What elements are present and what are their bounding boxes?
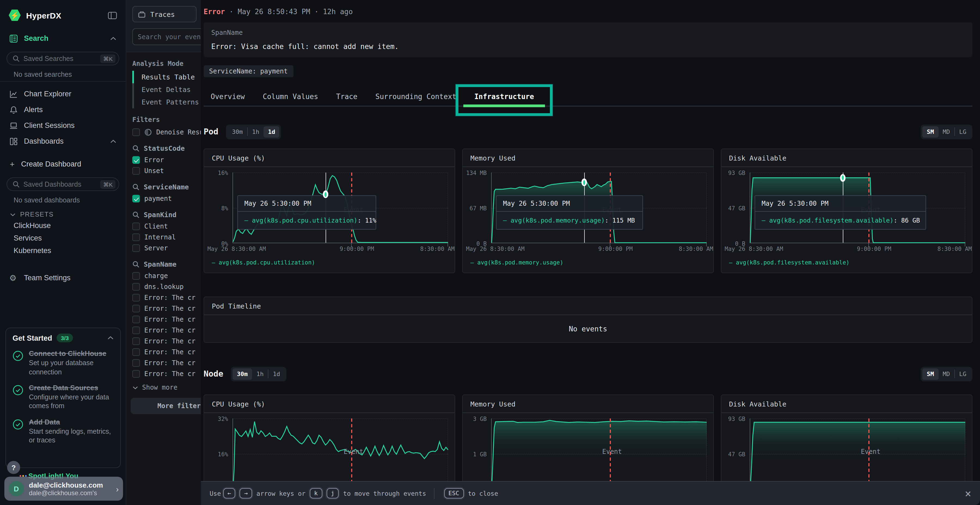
size-sm[interactable]: SM xyxy=(923,126,939,137)
range-1h[interactable]: 1h xyxy=(252,368,268,380)
sidebar-item-team-settings[interactable]: ⚙ Team Settings xyxy=(0,270,126,286)
checkbox[interactable] xyxy=(132,129,140,136)
sidebar-item-search[interactable]: Search xyxy=(0,30,126,46)
get-started-step[interactable]: Create Data Sources Configure where your… xyxy=(13,384,114,411)
filter-option-label: Error: The cr xyxy=(144,348,196,356)
size-sm[interactable]: SM xyxy=(923,368,939,380)
pod-cpu-chart-card: CPU Usage (%)16%8%0%EventMay 26 5:30:00 … xyxy=(204,149,455,273)
service-name-chip[interactable]: ServiceName: payment xyxy=(204,65,293,77)
pod-timeline-empty-text: No events xyxy=(204,315,972,343)
y-tick-label: 67 MB xyxy=(466,205,487,211)
keyboard-hint-bar: Use ← → arrow keys or k j to move throug… xyxy=(201,481,980,505)
checkbox[interactable] xyxy=(132,348,140,356)
tab-surrounding-context[interactable]: Surrounding Context xyxy=(375,87,456,106)
y-tick-label: 8% xyxy=(207,205,228,211)
sidebar-item-chart-explorer[interactable]: Chart Explorer xyxy=(0,86,126,102)
get-started-step[interactable]: Connect to ClickHouse Set up your databa… xyxy=(13,349,114,376)
checkbox[interactable] xyxy=(132,283,140,291)
checkbox[interactable] xyxy=(132,327,140,334)
saved-dashboards-input[interactable]: Saved Dashboards ⌘K xyxy=(6,178,119,191)
journal-search-icon xyxy=(9,34,19,43)
filter-option-label: Client xyxy=(144,222,168,230)
get-started-step[interactable]: Add Data Start sending logs, metrics, or… xyxy=(13,418,114,445)
pod-timeline-card: Pod Timeline No events xyxy=(204,297,972,343)
hint-text: to close xyxy=(468,489,498,497)
preset-services[interactable]: Services xyxy=(0,232,126,245)
chevron-up-icon[interactable] xyxy=(107,336,114,340)
j-key: j xyxy=(326,488,339,499)
y-tick-label: 93 GB xyxy=(725,416,745,422)
preset-kubernetes[interactable]: Kubernetes xyxy=(0,245,126,257)
event-marker-label: Event xyxy=(602,448,622,456)
size-lg[interactable]: LG xyxy=(955,126,971,137)
tab-overview[interactable]: Overview xyxy=(211,87,245,106)
presets-toggle[interactable]: PRESETS xyxy=(0,206,126,219)
user-menu[interactable]: D dale@clickhouse.com dale@clickhouse.co… xyxy=(4,477,123,501)
tooltip-value-row: — avg(k8s.pod.filesystem.available): 86 … xyxy=(755,212,926,229)
checkbox[interactable] xyxy=(132,294,140,302)
checkbox[interactable] xyxy=(132,272,140,280)
sidebar-item-label: Alerts xyxy=(24,106,43,114)
checkbox[interactable] xyxy=(132,359,140,367)
range-1d[interactable]: 1d xyxy=(269,368,285,380)
checkbox[interactable] xyxy=(132,370,140,378)
size-lg[interactable]: LG xyxy=(955,368,971,380)
plot: EventMay 26 5:30:00 PM— avg(k8s.pod.cpu.… xyxy=(232,173,448,243)
checkbox[interactable] xyxy=(132,222,140,230)
help-button[interactable]: ? xyxy=(7,461,20,474)
chart-icon xyxy=(9,89,19,98)
checkbox[interactable] xyxy=(132,195,140,202)
range-30m[interactable]: 30m xyxy=(228,126,247,137)
saved-searches-input[interactable]: Saved Searches ⌘K xyxy=(6,52,119,65)
y-tick-label: 47 GB xyxy=(725,451,745,457)
plus-icon: + xyxy=(10,159,15,168)
sidebar-item-client-sessions[interactable]: Client Sessions xyxy=(0,118,126,133)
y-tick-label: 134 MB xyxy=(466,170,487,176)
range-1h[interactable]: 1h xyxy=(248,126,264,137)
severity-badge: Error xyxy=(204,8,225,16)
bell-icon xyxy=(9,105,19,114)
left-arrow-key: ← xyxy=(223,488,235,499)
collapse-sidebar-icon[interactable] xyxy=(108,11,117,19)
node-section-header: Node 30m 1h 1d SM MD LG xyxy=(204,365,972,383)
checkbox[interactable] xyxy=(132,305,140,312)
chevron-up-icon[interactable] xyxy=(110,36,116,41)
tab-column-values[interactable]: Column Values xyxy=(263,87,318,106)
checkbox[interactable] xyxy=(132,233,140,241)
source-select[interactable]: Traces xyxy=(132,6,197,22)
checkbox[interactable] xyxy=(132,167,140,175)
preset-clickhouse[interactable]: ClickHouse xyxy=(0,219,126,232)
filter-option-label: Error: The cr xyxy=(144,294,196,302)
tooltip-series-value: : 11% xyxy=(358,217,376,224)
tooltip-value-row: — avg(k8s.pod.cpu.utilization): 11% xyxy=(238,212,375,229)
close-icon[interactable]: × xyxy=(965,488,971,499)
checkbox[interactable] xyxy=(132,316,140,323)
filter-group-name: ServiceName xyxy=(144,183,189,191)
plot: Event xyxy=(750,418,965,489)
create-dashboard-button[interactable]: + Create Dashboard xyxy=(0,156,126,172)
sidebar-item-dashboards[interactable]: Dashboards xyxy=(0,133,126,149)
checkbox[interactable] xyxy=(132,337,140,345)
checkbox[interactable] xyxy=(132,245,140,252)
separator-dot: · xyxy=(229,8,234,16)
size-md[interactable]: MD xyxy=(939,126,955,137)
chart-tooltip: May 26 5:30:00 PM— avg(k8s.pod.cpu.utili… xyxy=(237,195,376,230)
sidebar-item-alerts[interactable]: Alerts xyxy=(0,102,126,118)
y-axis: 93 GB47 GB0 B xyxy=(721,173,750,243)
range-1d[interactable]: 1d xyxy=(264,126,280,137)
chevron-up-icon[interactable] xyxy=(110,139,116,143)
hover-point-marker xyxy=(323,191,328,199)
laptop-icon xyxy=(9,121,19,130)
range-30m[interactable]: 30m xyxy=(232,368,252,380)
checkbox[interactable] xyxy=(132,156,140,164)
y-axis: 134 MB67 MB0 B xyxy=(463,173,491,243)
tab-infrastructure[interactable]: Infrastructure xyxy=(474,87,534,106)
tab-trace[interactable]: Trace xyxy=(336,87,358,106)
filter-group-name: SpanName xyxy=(144,260,177,268)
y-axis: 16%8%0% xyxy=(204,173,232,243)
filter-option-label: Error: The cr xyxy=(144,305,196,312)
source-select-value: Traces xyxy=(150,10,175,18)
search-icon xyxy=(132,260,139,268)
search-icon xyxy=(132,211,139,218)
size-md[interactable]: MD xyxy=(939,368,955,380)
